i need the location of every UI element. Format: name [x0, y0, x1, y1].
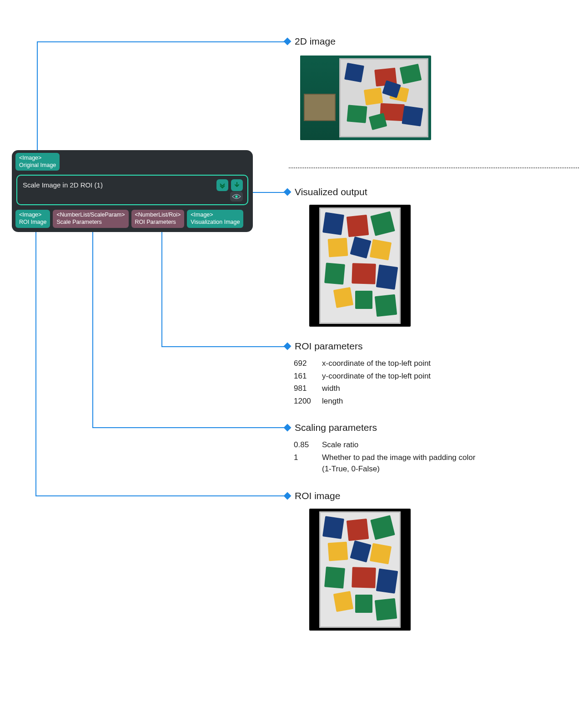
diamond-icon — [284, 343, 291, 350]
callout-title: ROI parameters — [295, 341, 362, 352]
table-row: 692x-coordinate of the top-left point — [294, 357, 431, 370]
callout-title: Scaling parameters — [295, 422, 377, 433]
node-controls — [216, 179, 243, 191]
callout-title: ROI image — [295, 490, 340, 501]
run-icon[interactable] — [231, 179, 243, 191]
node-body[interactable]: Scale Image in 2D ROI (1) — [16, 175, 248, 205]
callout-title: Visualized output — [295, 187, 367, 197]
callout-roi-image: ROI image — [285, 490, 340, 501]
svg-point-0 — [235, 196, 237, 198]
param-value: 161 — [294, 370, 319, 383]
param-desc: x-coordinate of the top-left point — [319, 357, 431, 370]
thumbnail-roi-image — [309, 509, 411, 631]
param-value: 692 — [294, 357, 319, 370]
param-desc: Whether to pad the image with padding co… — [319, 451, 480, 475]
port-roi-image[interactable]: <Image> ROI Image — [15, 210, 50, 227]
diamond-icon — [284, 424, 291, 432]
param-desc: y-coordinate of the top-left point — [319, 370, 431, 383]
port-label: Visualization Image — [191, 219, 240, 226]
diamond-icon — [284, 492, 291, 500]
scale-params-table: 0.85Scale ratio 1Whether to pad the imag… — [294, 439, 480, 475]
node-top-ports: <Image> Original Image — [12, 150, 253, 172]
thumbnail-visualized-output — [309, 205, 411, 327]
table-row: 161y-coordinate of the top-left point — [294, 370, 431, 383]
callout-visualized-output: Visualized output — [285, 187, 367, 197]
callout-scaling-parameters: Scaling parameters 0.85Scale ratio 1Whet… — [285, 422, 480, 475]
node-title: Scale Image in 2D ROI (1) — [22, 180, 243, 189]
callout-2d-image: 2D image — [285, 36, 336, 47]
roi-params-table: 692x-coordinate of the top-left point 16… — [294, 357, 431, 407]
port-label: ROI Parameters — [135, 219, 181, 226]
param-desc: length — [319, 395, 431, 408]
diamond-icon — [284, 38, 291, 45]
param-desc: Scale ratio — [319, 439, 480, 451]
port-type: <NumberList/ScaleParam> — [56, 212, 125, 219]
port-type: <NumberList/Roi> — [135, 212, 181, 219]
thumbnail-2d-image — [300, 56, 431, 140]
node-bottom-ports: <Image> ROI Image <NumberList/ScaleParam… — [12, 207, 253, 229]
table-row: 0.85Scale ratio — [294, 439, 480, 451]
table-row: 1Whether to pad the image with padding c… — [294, 451, 480, 475]
diamond-icon — [284, 188, 291, 196]
port-type: <Image> — [19, 155, 56, 162]
param-desc: width — [319, 382, 431, 395]
separator-line — [289, 167, 579, 168]
param-value: 1 — [294, 451, 319, 475]
port-roi-parameters[interactable]: <NumberList/Roi> ROI Parameters — [131, 210, 185, 227]
port-original-image[interactable]: <Image> Original Image — [15, 153, 60, 171]
param-value: 0.85 — [294, 439, 319, 451]
node-card: <Image> Original Image Scale Image in 2D… — [12, 150, 253, 232]
port-label: Original Image — [19, 162, 56, 169]
collapse-icon[interactable] — [216, 179, 228, 191]
callout-roi-parameters: ROI parameters 692x-coordinate of the to… — [285, 341, 431, 407]
callout-title: 2D image — [295, 36, 336, 47]
port-label: Scale Parameters — [56, 219, 125, 226]
param-value: 981 — [294, 382, 319, 395]
visualize-icon[interactable] — [230, 192, 243, 202]
param-value: 1200 — [294, 395, 319, 408]
port-label: ROI Image — [19, 219, 46, 226]
port-type: <Image> — [191, 212, 240, 219]
table-row: 981width — [294, 382, 431, 395]
port-visualization-image[interactable]: <Image> Visualization Image — [187, 210, 243, 227]
port-scale-parameters[interactable]: <NumberList/ScaleParam> Scale Parameters — [53, 210, 128, 227]
table-row: 1200length — [294, 395, 431, 408]
port-type: <Image> — [19, 212, 46, 219]
